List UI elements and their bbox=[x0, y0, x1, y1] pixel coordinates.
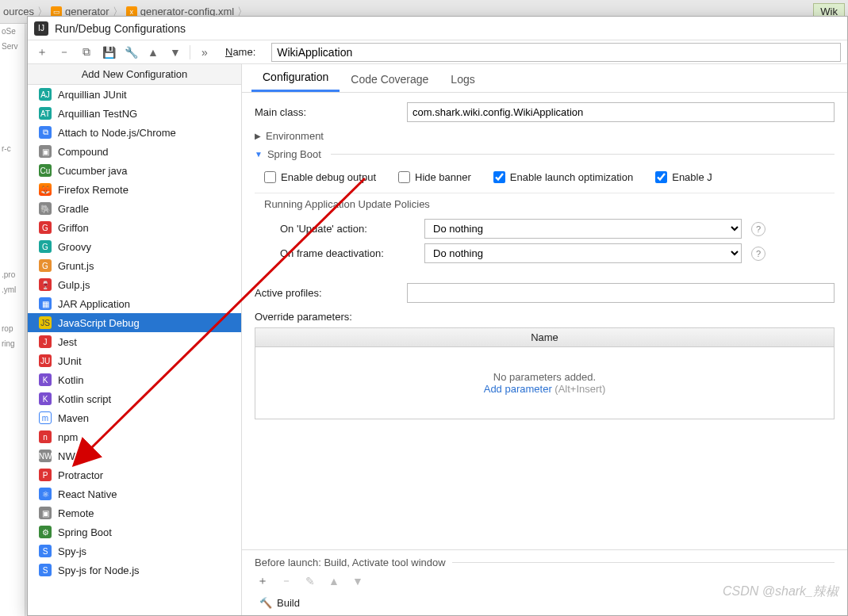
tab-logs[interactable]: Logs bbox=[439, 67, 485, 92]
config-type-item[interactable]: JJest bbox=[28, 332, 241, 351]
config-type-label: Kotlin script bbox=[58, 393, 111, 405]
config-type-item[interactable]: GGrunt.js bbox=[28, 256, 241, 275]
copy-config-button[interactable]: ⧉ bbox=[79, 44, 94, 60]
config-type-item[interactable]: ▦JAR Application bbox=[28, 294, 241, 313]
config-type-label: Remote bbox=[58, 507, 94, 519]
config-type-icon: AT bbox=[39, 107, 52, 120]
config-type-icon: 🐘 bbox=[39, 202, 52, 215]
bl-up-button[interactable]: ▲ bbox=[326, 573, 342, 589]
config-type-label: Kotlin bbox=[58, 374, 84, 386]
config-type-item[interactable]: ⚙Spring Boot bbox=[28, 522, 241, 541]
main-class-input[interactable] bbox=[407, 102, 835, 122]
config-type-icon: JS bbox=[39, 316, 52, 329]
config-type-icon: J bbox=[39, 335, 52, 348]
shortcut-hint: (Alt+Insert) bbox=[552, 383, 606, 395]
bl-add-button[interactable]: ＋ bbox=[255, 573, 271, 589]
config-type-label: Gradle bbox=[58, 203, 89, 215]
expand-button[interactable]: » bbox=[197, 44, 213, 60]
config-type-item[interactable]: JUJUnit bbox=[28, 351, 241, 370]
config-type-label: Protractor bbox=[58, 469, 103, 481]
enable-launch-opt-checkbox[interactable]: Enable launch optimization bbox=[493, 171, 633, 183]
config-type-item[interactable]: ▣Remote bbox=[28, 503, 241, 522]
config-type-item[interactable]: ⚛React Native bbox=[28, 484, 241, 503]
config-type-icon: P bbox=[39, 469, 52, 481]
on-update-select[interactable]: Do nothing bbox=[424, 219, 742, 239]
on-update-label: On 'Update' action: bbox=[280, 223, 415, 235]
config-type-item[interactable]: SSpy-js for Node.js bbox=[28, 561, 241, 580]
sidebar-header: Add New Configuration bbox=[28, 64, 241, 85]
enable-debug-checkbox[interactable]: Enable debug output bbox=[264, 171, 376, 183]
config-type-item[interactable]: 🦊Firefox Remote bbox=[28, 180, 241, 199]
tab-code-coverage[interactable]: Code Coverage bbox=[340, 67, 439, 92]
help-icon[interactable]: ? bbox=[751, 222, 766, 236]
config-type-item[interactable]: JSJavaScript Debug bbox=[28, 313, 241, 332]
before-launch-label: Before launch: Build, Activate tool wind… bbox=[255, 557, 446, 568]
config-name-input[interactable] bbox=[271, 43, 841, 62]
config-type-label: Arquillian TestNG bbox=[58, 108, 137, 120]
config-type-icon: S bbox=[39, 564, 52, 576]
hide-banner-checkbox[interactable]: Hide banner bbox=[398, 171, 471, 183]
config-type-icon: ▦ bbox=[39, 297, 52, 310]
config-type-item[interactable]: ATArquillian TestNG bbox=[28, 104, 241, 123]
bl-edit-button[interactable]: ✎ bbox=[302, 573, 318, 589]
watermark: CSDN @shark_辣椒 bbox=[723, 583, 838, 600]
active-profiles-input[interactable] bbox=[407, 283, 835, 303]
config-type-list[interactable]: AJArquillian JUnitATArquillian TestNG⧉At… bbox=[28, 85, 241, 615]
config-type-item[interactable]: nnpm bbox=[28, 427, 241, 446]
add-config-button[interactable]: ＋ bbox=[34, 44, 50, 60]
bl-down-button[interactable]: ▼ bbox=[350, 573, 366, 589]
name-label: Name: bbox=[225, 46, 255, 58]
config-type-item[interactable]: GGriffon bbox=[28, 218, 241, 237]
config-type-item[interactable]: CuCucumber java bbox=[28, 161, 241, 180]
remove-config-button[interactable]: － bbox=[56, 44, 72, 60]
config-type-item[interactable]: AJArquillian JUnit bbox=[28, 85, 241, 104]
config-type-icon: G bbox=[39, 221, 52, 234]
config-type-item[interactable]: 🐘Gradle bbox=[28, 199, 241, 218]
config-type-icon: K bbox=[39, 392, 52, 405]
config-type-item[interactable]: KKotlin script bbox=[28, 389, 241, 408]
config-type-item[interactable]: ▣Compound bbox=[28, 142, 241, 161]
config-type-icon: m bbox=[39, 411, 52, 424]
config-type-item[interactable]: 🍷Gulp.js bbox=[28, 275, 241, 294]
run-debug-config-dialog: IJ Run/Debug Configurations ＋ － ⧉ 💾 🔧 ▲ … bbox=[27, 16, 848, 616]
config-type-label: NW.js bbox=[58, 450, 85, 462]
config-type-label: npm bbox=[58, 431, 78, 443]
tab-configuration[interactable]: Configuration bbox=[251, 64, 340, 92]
config-type-icon: G bbox=[39, 240, 52, 253]
bl-remove-button[interactable]: － bbox=[278, 573, 294, 589]
on-frame-deact-select[interactable]: Do nothing bbox=[424, 243, 742, 263]
dialog-titlebar[interactable]: IJ Run/Debug Configurations bbox=[28, 17, 847, 40]
config-type-item[interactable]: PProtractor bbox=[28, 465, 241, 484]
save-config-button[interactable]: 💾 bbox=[101, 44, 117, 60]
config-type-icon: Cu bbox=[39, 164, 52, 177]
config-type-icon: ▣ bbox=[39, 145, 52, 158]
config-type-item[interactable]: ⧉Attach to Node.js/Chrome bbox=[28, 123, 241, 142]
config-type-item[interactable]: NWNW.js bbox=[28, 446, 241, 465]
config-type-item[interactable]: SSpy-js bbox=[28, 541, 241, 561]
config-type-icon: 🍷 bbox=[39, 278, 52, 291]
config-type-label: Attach to Node.js/Chrome bbox=[58, 127, 176, 139]
config-type-item[interactable]: mMaven bbox=[28, 408, 241, 427]
config-type-item[interactable]: GGroovy bbox=[28, 237, 241, 256]
separator bbox=[190, 45, 190, 59]
enable-j-checkbox[interactable]: Enable J bbox=[655, 171, 712, 183]
environment-section-toggle[interactable]: ▶ Environment bbox=[255, 130, 835, 142]
config-type-icon: G bbox=[39, 259, 52, 272]
help-icon[interactable]: ? bbox=[751, 247, 766, 261]
spring-boot-section-toggle[interactable]: ▼ Spring Boot bbox=[255, 148, 835, 160]
config-type-item[interactable]: KKotlin bbox=[28, 370, 241, 389]
intellij-icon: IJ bbox=[34, 21, 48, 36]
config-type-icon: 🦊 bbox=[39, 183, 52, 196]
config-type-label: Maven bbox=[58, 412, 89, 424]
project-pane-edge: oSeServ r-c .pro.yml ropring bbox=[0, 24, 25, 616]
wrench-icon[interactable]: 🔧 bbox=[123, 44, 139, 60]
config-type-label: Spy-js bbox=[58, 545, 86, 557]
add-parameter-link[interactable]: Add parameter bbox=[484, 383, 552, 395]
config-type-label: Arquillian JUnit bbox=[58, 89, 127, 101]
config-type-icon: S bbox=[39, 545, 52, 557]
config-type-label: Griffon bbox=[58, 222, 89, 234]
active-profiles-label: Active profiles: bbox=[255, 287, 397, 299]
move-down-button[interactable]: ▼ bbox=[167, 44, 183, 60]
move-up-button[interactable]: ▲ bbox=[145, 44, 161, 60]
config-type-icon: NW bbox=[39, 450, 52, 462]
